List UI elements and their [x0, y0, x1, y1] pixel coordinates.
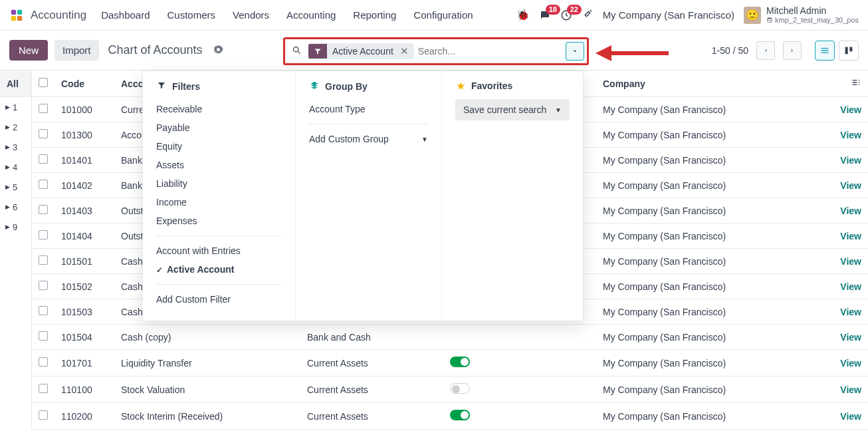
- company-switcher[interactable]: My Company (San Francisco): [603, 9, 734, 21]
- save-current-search[interactable]: Save current search▼: [455, 99, 570, 120]
- cell-code: 101402: [54, 173, 114, 198]
- nav-customers[interactable]: Customers: [167, 9, 216, 21]
- row-checkbox[interactable]: [39, 154, 48, 164]
- cell-name: Stock Valuation: [114, 376, 300, 403]
- row-checkbox[interactable]: [39, 104, 48, 113]
- row-checkbox[interactable]: [39, 281, 48, 290]
- filter-income[interactable]: Income: [156, 193, 282, 212]
- view-link[interactable]: View: [840, 384, 861, 395]
- view-list-button[interactable]: [815, 41, 835, 61]
- filter-receivable[interactable]: Receivable: [156, 100, 282, 118]
- view-link[interactable]: View: [840, 256, 861, 267]
- row-checkbox[interactable]: [39, 205, 48, 214]
- col-code[interactable]: Code: [54, 71, 114, 97]
- view-link[interactable]: View: [840, 231, 861, 241]
- app-name[interactable]: Accounting: [31, 9, 86, 22]
- svg-rect-2: [11, 15, 16, 20]
- optional-columns-icon[interactable]: [851, 79, 861, 90]
- messaging-badge: 18: [546, 5, 560, 15]
- cell-reconciliation: [443, 350, 596, 376]
- filter-active-account[interactable]: Active Account: [156, 260, 282, 279]
- dev-tools-icon[interactable]: [582, 8, 594, 23]
- cell-company: My Company (San Francisco): [596, 97, 788, 122]
- view-link[interactable]: View: [840, 411, 861, 422]
- nav-reporting[interactable]: Reporting: [353, 9, 396, 21]
- view-kanban-button[interactable]: [839, 41, 859, 61]
- search-options-toggle[interactable]: [566, 42, 584, 61]
- row-checkbox[interactable]: [39, 230, 48, 239]
- nav-dashboard[interactable]: Dashboard: [101, 9, 150, 21]
- row-checkbox[interactable]: [39, 255, 48, 265]
- activities-icon[interactable]: 22: [560, 9, 572, 21]
- messaging-icon[interactable]: 18: [539, 9, 551, 21]
- search-input[interactable]: [418, 46, 562, 57]
- nav-accounting[interactable]: Accounting: [286, 9, 336, 21]
- view-link[interactable]: View: [840, 130, 861, 140]
- view-link[interactable]: View: [840, 155, 861, 166]
- reconciliation-toggle[interactable]: [450, 410, 470, 420]
- filter-account-with-entries[interactable]: Account with Entries: [156, 241, 282, 260]
- row-checkbox[interactable]: [39, 180, 48, 189]
- view-link[interactable]: View: [840, 307, 861, 317]
- table-row[interactable]: 101701Liquidity TransferCurrent AssetsMy…: [32, 350, 868, 376]
- pager-prev[interactable]: [756, 41, 775, 60]
- debug-icon[interactable]: 🐞: [516, 9, 530, 21]
- view-link[interactable]: View: [840, 104, 861, 115]
- row-checkbox[interactable]: [39, 384, 48, 393]
- filter-chip-remove[interactable]: ✕: [399, 45, 414, 57]
- filter-expenses[interactable]: Expenses: [156, 212, 282, 230]
- tree-all[interactable]: All: [0, 71, 31, 97]
- row-checkbox[interactable]: [39, 410, 48, 420]
- add-custom-group[interactable]: Add Custom Group▼: [309, 130, 428, 148]
- select-all-checkbox[interactable]: [39, 78, 48, 87]
- search-icon[interactable]: [292, 45, 302, 57]
- group-account-type[interactable]: Account Type: [309, 100, 428, 118]
- view-link[interactable]: View: [840, 358, 861, 368]
- row-checkbox[interactable]: [39, 357, 48, 366]
- gear-icon[interactable]: [213, 45, 223, 57]
- row-checkbox[interactable]: [39, 129, 48, 138]
- filter-assets[interactable]: Assets: [156, 156, 282, 174]
- favorites-heading: ★ Favorites: [455, 80, 570, 91]
- tree-node-4[interactable]: ▶4: [0, 157, 31, 177]
- import-button[interactable]: Import: [54, 40, 99, 61]
- cell-code: 110200: [54, 403, 114, 430]
- new-button[interactable]: New: [9, 40, 48, 61]
- filter-liability[interactable]: Liability: [156, 174, 282, 193]
- pager-text[interactable]: 1-50 / 50: [712, 45, 748, 56]
- filter-equity[interactable]: Equity: [156, 137, 282, 156]
- pager-next[interactable]: [783, 41, 802, 60]
- tree-node-6[interactable]: ▶6: [0, 197, 31, 217]
- view-link[interactable]: View: [840, 281, 861, 292]
- cell-code: 101501: [54, 249, 114, 274]
- table-row[interactable]: 110100Stock ValuationCurrent AssetsMy Co…: [32, 376, 868, 403]
- svg-rect-3: [17, 15, 22, 20]
- tree-node-3[interactable]: ▶3: [0, 137, 31, 157]
- view-link[interactable]: View: [840, 180, 861, 191]
- cell-name: Cash (copy): [114, 325, 300, 350]
- svg-rect-9: [845, 47, 848, 54]
- user-menu[interactable]: 🙂 Mitchell Admin kmp_2_test_may_30_pos: [744, 6, 859, 25]
- nav-vendors[interactable]: Vendors: [233, 9, 269, 21]
- row-checkbox[interactable]: [39, 331, 48, 341]
- view-link[interactable]: View: [840, 332, 861, 343]
- cell-code: 101401: [54, 148, 114, 173]
- tree-node-1[interactable]: ▶1: [0, 97, 31, 117]
- filter-chip-label: Active Account: [327, 43, 399, 59]
- star-icon: ★: [455, 80, 466, 91]
- view-link[interactable]: View: [840, 206, 861, 216]
- filter-payable[interactable]: Payable: [156, 118, 282, 137]
- col-company[interactable]: Company: [596, 71, 788, 97]
- reconciliation-toggle[interactable]: [450, 357, 470, 367]
- reconciliation-toggle[interactable]: [450, 383, 470, 394]
- add-custom-filter[interactable]: Add Custom Filter: [156, 290, 282, 309]
- tree-node-2[interactable]: ▶2: [0, 117, 31, 137]
- nav-configuration[interactable]: Configuration: [413, 9, 473, 21]
- table-row[interactable]: 110200Stock Interim (Received)Current As…: [32, 403, 868, 430]
- table-row[interactable]: 101504Cash (copy)Bank and CashMy Company…: [32, 325, 868, 350]
- cell-code: 101300: [54, 122, 114, 148]
- cell-code: 101504: [54, 325, 114, 350]
- tree-node-5[interactable]: ▶5: [0, 177, 31, 197]
- row-checkbox[interactable]: [39, 306, 48, 315]
- tree-node-9[interactable]: ▶9: [0, 217, 31, 237]
